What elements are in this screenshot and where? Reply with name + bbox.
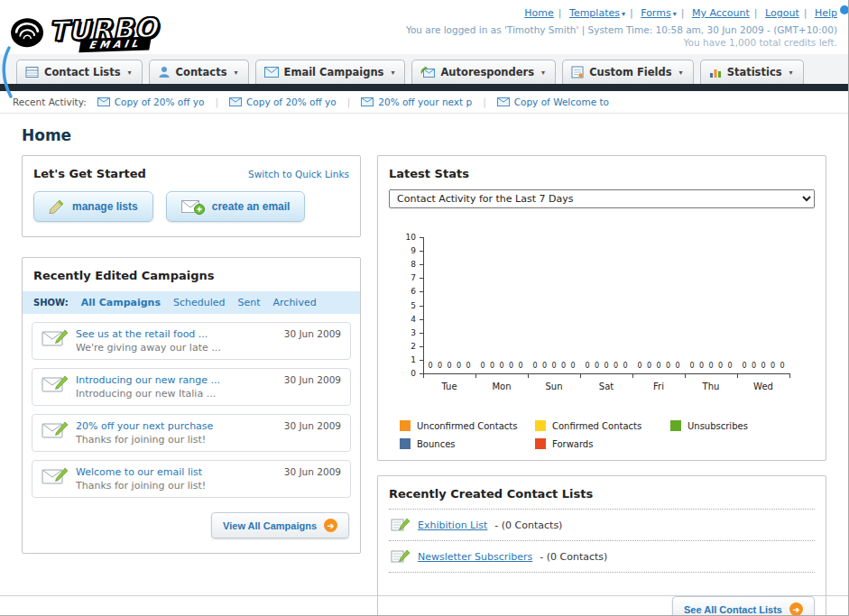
x-tick (789, 373, 790, 378)
x-tick-label: Sun (528, 382, 580, 391)
bar-value-label: 0 (436, 362, 445, 370)
y-tick (420, 333, 423, 334)
separator (554, 7, 567, 19)
recent-activity-link[interactable]: Copy of 20% off yo (115, 97, 205, 107)
tab-statistics[interactable]: Statistics (700, 60, 804, 84)
contact-list-link[interactable]: Exhibition List (418, 519, 487, 531)
top-link-my-account[interactable]: My Account (692, 7, 750, 19)
campaign-subtitle: Introducing our new Italia ... (76, 388, 220, 400)
top-header: TURBO EMAIL Home Templates Forms My Acco… (0, 0, 848, 54)
campaign-item[interactable]: 20% off your next purchase Thanks for jo… (32, 414, 351, 452)
y-tick (420, 264, 423, 265)
legend-label: Confirmed Contacts (552, 421, 641, 431)
x-tick (580, 373, 581, 378)
separator (799, 7, 812, 19)
recent-activity-item[interactable]: Copy of 20% off yo (229, 97, 337, 107)
bar-value-label: 0 (559, 362, 568, 370)
switch-quick-links-link[interactable]: Switch to Quick Links (248, 169, 349, 179)
x-tick (528, 373, 529, 378)
contacts-icon (158, 66, 171, 78)
bar-value-label: 0 (725, 362, 734, 370)
top-link-templates[interactable]: Templates (569, 7, 620, 19)
filter-all-campaigns[interactable]: All Campaigns (81, 297, 161, 308)
y-tick (420, 306, 423, 307)
stats-period-select[interactable]: Contact Activity for the Last 7 Days (389, 189, 815, 208)
chevron-down-icon (391, 69, 394, 77)
y-tick-label: 6 (391, 287, 416, 296)
recent-activity-item[interactable]: 20% off your next p (361, 97, 472, 107)
campaign-subtitle: Thanks for joining our list! (76, 434, 213, 446)
contact-lists-icon (25, 66, 39, 78)
top-link-help[interactable]: Help (815, 7, 837, 19)
campaign-title-link[interactable]: Welcome to our email list (76, 466, 206, 478)
top-link-home[interactable]: Home (524, 7, 553, 19)
legend-swatch (535, 420, 546, 431)
bar-value-label: 0 (540, 362, 549, 370)
logo-tail-decoration (0, 45, 14, 99)
tab-custom-fields[interactable]: Custom Fields (562, 60, 694, 84)
contact-list-item[interactable]: Exhibition List - (0 Contacts) (389, 510, 815, 541)
campaign-date: 30 Jun 2009 (284, 328, 341, 339)
chevron-down-icon (679, 69, 683, 77)
separator (344, 97, 355, 107)
top-link-forms[interactable]: Forms (641, 7, 670, 19)
tab-email-campaigns[interactable]: Email Campaigns (255, 60, 406, 84)
manage-lists-button[interactable]: manage lists (33, 191, 153, 222)
create-email-button[interactable]: create an email (166, 191, 306, 222)
campaign-subtitle: We're giving away our late ... (76, 342, 221, 354)
campaigns-filter-bar: SHOW: All Campaigns Scheduled Sent Archi… (23, 291, 360, 314)
contact-list-item[interactable]: Newsletter Subscribers - (0 Contacts) (389, 541, 815, 573)
recent-activity-item[interactable]: Copy of 20% off yo (97, 97, 205, 107)
campaign-item[interactable]: Introducing our new range ... Introducin… (32, 368, 351, 406)
tab-label: Autoresponders (440, 66, 534, 78)
recent-activity-bar: Recent Activity: Copy of 20% off yo Copy… (0, 91, 848, 114)
filter-sent[interactable]: Sent (238, 297, 261, 308)
tab-autoresponders[interactable]: Autoresponders (411, 60, 556, 84)
campaign-item[interactable]: Welcome to our email list Thanks for joi… (32, 460, 351, 498)
recent-activity-link[interactable]: Copy of 20% off yo (246, 97, 337, 107)
legend-label: Forwards (552, 439, 593, 449)
y-tick (420, 360, 423, 361)
tab-contacts[interactable]: Contacts (149, 60, 249, 84)
main-content: Home Let's Get Started Switch to Quick L… (0, 114, 848, 616)
filter-scheduled[interactable]: Scheduled (173, 297, 226, 308)
campaign-item[interactable]: See us at the retail food ... We're givi… (32, 322, 351, 360)
bar-value-label: 0 (478, 362, 487, 370)
y-tick (420, 237, 423, 238)
header-right: Home Templates Forms My Account Logout H… (406, 5, 837, 54)
bar-value-label: 0 (635, 362, 644, 370)
x-tick-label: Mon (475, 382, 528, 391)
recent-activity-item[interactable]: Copy of Welcome to (497, 97, 609, 107)
see-all-contact-lists-button[interactable]: See All Contact Lists (672, 596, 815, 616)
envelope-icon (497, 97, 510, 106)
latest-stats-panel: Latest Stats Contact Activity for the La… (377, 155, 826, 461)
campaign-subtitle: Thanks for joining our list! (76, 480, 206, 492)
campaign-title-link[interactable]: See us at the retail food ... (76, 328, 221, 340)
y-tick (420, 278, 423, 279)
filter-archived[interactable]: Archived (273, 297, 317, 308)
contact-list-count: - (0 Contacts) (540, 551, 607, 563)
decoration-dot (840, 5, 849, 14)
recent-activity-link[interactable]: Copy of Welcome to (514, 97, 609, 107)
tab-label: Contact Lists (44, 66, 121, 78)
nav-divider-bar (0, 84, 848, 91)
contact-list-link[interactable]: Newsletter Subscribers (418, 551, 532, 563)
campaign-edit-icon (42, 374, 69, 394)
top-link-logout[interactable]: Logout (765, 7, 799, 19)
x-tick (632, 373, 633, 378)
bar-value-label: 0 (488, 362, 497, 370)
campaign-title-link[interactable]: 20% off your next purchase (76, 420, 213, 432)
campaign-title-link[interactable]: Introducing our new range ... (76, 374, 220, 386)
legend-swatch (670, 420, 681, 431)
campaign-edit-icon (42, 466, 69, 486)
legend-label: Bounces (417, 439, 456, 449)
manage-lists-label: manage lists (72, 200, 138, 213)
legend-item: Confirmed Contacts (535, 420, 670, 431)
app-logo: TURBO EMAIL (8, 4, 159, 57)
envelope-icon (229, 97, 242, 106)
turbo-email-dashboard: TURBO EMAIL Home Templates Forms My Acco… (0, 0, 849, 616)
view-all-campaigns-button[interactable]: View All Campaigns (211, 512, 349, 538)
tab-contact-lists[interactable]: Contact Lists (16, 60, 143, 84)
recent-activity-link[interactable]: 20% off your next p (378, 97, 472, 107)
y-tick-label: 4 (391, 315, 416, 324)
